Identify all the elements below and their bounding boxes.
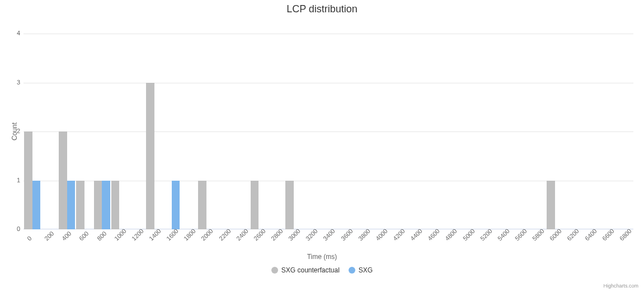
- legend: SXG counterfactualSXG: [0, 266, 644, 275]
- x-tick: 600: [78, 230, 90, 242]
- x-tick: 3200: [304, 228, 319, 242]
- bar[interactable]: [285, 181, 294, 230]
- legend-swatch-icon: [349, 267, 355, 274]
- x-tick: 800: [96, 230, 107, 242]
- x-tick: 3600: [340, 228, 354, 242]
- x-tick: 2000: [200, 228, 214, 242]
- x-tick: 4400: [409, 228, 424, 242]
- x-axis-label: Time (ms): [0, 253, 644, 261]
- credits-link[interactable]: Highcharts.com: [603, 283, 638, 289]
- legend-item[interactable]: SXG: [349, 266, 373, 274]
- x-tick: 3800: [357, 228, 372, 242]
- x-tick: 1000: [113, 228, 128, 242]
- gridline: [23, 34, 633, 34]
- bar[interactable]: [172, 181, 180, 230]
- bar[interactable]: [76, 181, 84, 230]
- bar[interactable]: [111, 181, 120, 230]
- x-tick: 5200: [479, 228, 493, 242]
- x-tick: 1400: [148, 228, 162, 242]
- x-tick: 200: [43, 230, 55, 242]
- plot-area: Count 01234: [23, 34, 633, 229]
- x-tick: 5400: [496, 228, 511, 242]
- bar[interactable]: [198, 181, 206, 230]
- x-tick: 1800: [182, 228, 197, 242]
- x-tick: 1600: [165, 228, 180, 242]
- x-tick: 6800: [618, 228, 633, 242]
- gridline: [23, 83, 633, 83]
- x-tick: 1200: [130, 228, 145, 242]
- x-tick: 6400: [584, 228, 598, 242]
- legend-label: SXG: [359, 266, 373, 274]
- x-tick: 0: [26, 235, 33, 242]
- bar[interactable]: [102, 181, 110, 230]
- bar[interactable]: [251, 181, 259, 230]
- x-tick: 4800: [444, 228, 458, 242]
- x-tick: 6000: [548, 228, 563, 242]
- x-tick: 4000: [374, 228, 389, 242]
- x-tick: 2400: [235, 228, 250, 242]
- x-tick: 6200: [566, 228, 580, 242]
- legend-item[interactable]: SXG counterfactual: [271, 266, 340, 274]
- bar[interactable]: [24, 131, 32, 229]
- y-tick: 0: [3, 225, 20, 232]
- legend-label: SXG counterfactual: [281, 266, 340, 274]
- x-tick: 5600: [514, 228, 528, 242]
- y-tick: 2: [3, 128, 20, 134]
- x-tick: 3400: [322, 228, 336, 242]
- y-tick: 3: [3, 79, 20, 86]
- bar[interactable]: [32, 181, 41, 230]
- x-tick: 5000: [462, 228, 476, 242]
- x-tick: 2200: [218, 228, 232, 242]
- x-tick: 5800: [531, 228, 546, 242]
- x-tick: 4600: [426, 228, 441, 242]
- x-tick: 3000: [287, 228, 302, 242]
- x-tick: 400: [60, 230, 72, 242]
- chart-title: LCP distribution: [0, 3, 644, 15]
- bar[interactable]: [59, 131, 67, 229]
- bar[interactable]: [94, 181, 102, 230]
- legend-swatch-icon: [271, 267, 278, 274]
- x-tick: 4200: [392, 228, 406, 242]
- bar[interactable]: [67, 181, 76, 230]
- bar[interactable]: [547, 181, 555, 230]
- gridline: [23, 131, 633, 132]
- x-tick: 2600: [252, 228, 267, 242]
- x-tick: 6600: [601, 228, 615, 242]
- y-tick: 4: [3, 30, 20, 36]
- y-tick: 1: [3, 177, 20, 183]
- x-tick: 2800: [270, 228, 284, 242]
- bar[interactable]: [146, 83, 154, 230]
